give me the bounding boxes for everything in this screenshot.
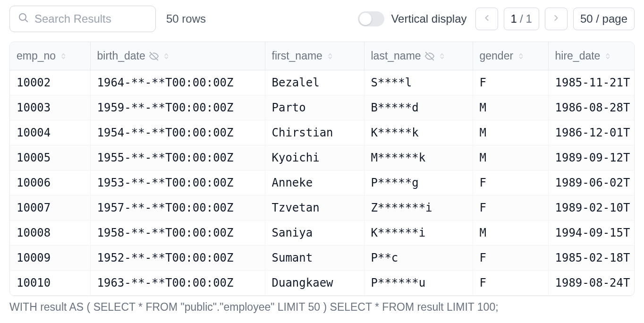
- cell-emp_no: 10007: [10, 196, 90, 221]
- table-row[interactable]: 100041954-**-**T00:00:00ZChirstianK*****…: [10, 120, 634, 145]
- cell-last_name: P******u: [364, 271, 473, 296]
- cell-emp_no: 10002: [10, 70, 90, 95]
- cell-birth_date: 1964-**-**T00:00:00Z: [90, 70, 265, 95]
- cell-birth_date: 1957-**-**T00:00:00Z: [90, 196, 265, 221]
- cell-last_name: K*****k: [364, 120, 473, 145]
- cell-first_name: Tzvetan: [265, 196, 364, 221]
- page-size-select[interactable]: 50 / page: [573, 8, 635, 30]
- search-icon: [17, 12, 29, 26]
- cell-gender: M: [473, 145, 548, 170]
- cell-gender: M: [473, 221, 548, 246]
- cell-gender: F: [473, 196, 548, 221]
- cell-gender: M: [473, 120, 548, 145]
- cell-hire_date: 1989-09-12T: [548, 145, 634, 170]
- vertical-display-control: Vertical display: [358, 11, 466, 26]
- table-row[interactable]: 100081958-**-**T00:00:00ZSaniyaK******iM…: [10, 221, 634, 246]
- chevron-left-icon: [482, 12, 491, 26]
- svg-point-0: [19, 14, 26, 20]
- table-header-row: emp_nobirth_datefirst_namelast_namegende…: [10, 42, 634, 70]
- cell-emp_no: 10003: [10, 95, 90, 120]
- column-label: emp_no: [17, 50, 56, 62]
- table-row[interactable]: 100061953-**-**T00:00:00ZAnnekeP*****gF1…: [10, 170, 634, 196]
- chevron-right-icon: [551, 12, 561, 26]
- sort-icon[interactable]: [162, 52, 171, 60]
- cell-hire_date: 1994-09-15T: [548, 221, 634, 246]
- cell-birth_date: 1963-**-**T00:00:00Z: [90, 271, 265, 296]
- cell-gender: F: [473, 170, 548, 196]
- column-header-birth_date[interactable]: birth_date: [90, 42, 265, 70]
- next-page-button[interactable]: [545, 8, 568, 30]
- cell-gender: M: [473, 95, 548, 120]
- table-row[interactable]: 100021964-**-**T00:00:00ZBezalelS****lF1…: [10, 70, 634, 95]
- toolbar: 50 rows Vertical display 1 / 1 50 / page: [0, 0, 644, 38]
- cell-gender: F: [473, 271, 548, 296]
- eye-off-icon: [425, 51, 434, 61]
- page-total: 1: [526, 12, 532, 26]
- cell-hire_date: 1985-02-18T: [548, 246, 634, 271]
- page-current: 1: [511, 12, 517, 26]
- svg-line-1: [25, 20, 27, 22]
- toggle-knob: [359, 13, 372, 25]
- cell-birth_date: 1959-**-**T00:00:00Z: [90, 95, 265, 120]
- cell-last_name: S****l: [364, 70, 473, 95]
- cell-last_name: P*****g: [364, 170, 473, 196]
- cell-emp_no: 10010: [10, 271, 90, 296]
- eye-off-icon: [149, 51, 159, 61]
- sql-footer: WITH result AS ( SELECT * FROM "public".…: [0, 296, 644, 314]
- column-label: hire_date: [555, 50, 601, 62]
- cell-first_name: Anneke: [265, 170, 364, 196]
- page-sep: /: [520, 12, 523, 26]
- vertical-display-toggle[interactable]: [358, 11, 384, 26]
- cell-last_name: B*****d: [364, 95, 473, 120]
- rows-count-label: 50 rows: [166, 12, 206, 26]
- pager: 1 / 1 50 / page: [475, 8, 635, 30]
- prev-page-button[interactable]: [475, 8, 498, 30]
- cell-emp_no: 10009: [10, 246, 90, 271]
- cell-birth_date: 1954-**-**T00:00:00Z: [90, 120, 265, 145]
- column-header-emp_no[interactable]: emp_no: [10, 42, 90, 70]
- cell-first_name: Duangkaew: [265, 271, 364, 296]
- column-label: gender: [480, 50, 514, 62]
- cell-emp_no: 10004: [10, 120, 90, 145]
- cell-first_name: Bezalel: [265, 70, 364, 95]
- table-row[interactable]: 100071957-**-**T00:00:00ZTzvetanZ*******…: [10, 196, 634, 221]
- page-size-label: 50 / page: [580, 12, 627, 26]
- cell-last_name: M******k: [364, 145, 473, 170]
- cell-gender: F: [473, 246, 548, 271]
- cell-birth_date: 1953-**-**T00:00:00Z: [90, 170, 265, 196]
- column-label: birth_date: [97, 50, 145, 62]
- column-header-first_name[interactable]: first_name: [265, 42, 364, 70]
- table-row[interactable]: 100101963-**-**T00:00:00ZDuangkaewP*****…: [10, 271, 634, 296]
- table-row[interactable]: 100031959-**-**T00:00:00ZPartoB*****dM19…: [10, 95, 634, 120]
- sort-icon[interactable]: [604, 52, 612, 60]
- cell-last_name: Z*******i: [364, 196, 473, 221]
- sort-icon[interactable]: [326, 52, 335, 60]
- column-label: last_name: [371, 50, 421, 62]
- column-header-gender[interactable]: gender: [473, 42, 548, 70]
- cell-first_name: Kyoichi: [265, 145, 364, 170]
- column-header-hire_date[interactable]: hire_date: [548, 42, 634, 70]
- cell-birth_date: 1952-**-**T00:00:00Z: [90, 246, 265, 271]
- sort-icon[interactable]: [59, 52, 68, 60]
- cell-birth_date: 1955-**-**T00:00:00Z: [90, 145, 265, 170]
- cell-hire_date: 1989-02-10T: [548, 196, 634, 221]
- cell-first_name: Parto: [265, 95, 364, 120]
- page-indicator[interactable]: 1 / 1: [504, 8, 539, 30]
- sort-icon[interactable]: [517, 52, 525, 60]
- cell-hire_date: 1986-08-28T: [548, 95, 634, 120]
- table-row[interactable]: 100091952-**-**T00:00:00ZSumantP**cF1985…: [10, 246, 634, 271]
- search-box[interactable]: [9, 6, 156, 32]
- cell-first_name: Sumant: [265, 246, 364, 271]
- table-row[interactable]: 100051955-**-**T00:00:00ZKyoichiM******k…: [10, 145, 634, 170]
- cell-emp_no: 10005: [10, 145, 90, 170]
- search-input[interactable]: [34, 12, 148, 26]
- sort-icon[interactable]: [438, 52, 447, 60]
- column-header-last_name[interactable]: last_name: [364, 42, 473, 70]
- cell-gender: F: [473, 70, 548, 95]
- cell-first_name: Chirstian: [265, 120, 364, 145]
- results-table: emp_nobirth_datefirst_namelast_namegende…: [10, 42, 634, 296]
- cell-hire_date: 1989-06-02T: [548, 170, 634, 196]
- cell-emp_no: 10008: [10, 221, 90, 246]
- cell-hire_date: 1986-12-01T: [548, 120, 634, 145]
- cell-hire_date: 1985-11-21T: [548, 70, 634, 95]
